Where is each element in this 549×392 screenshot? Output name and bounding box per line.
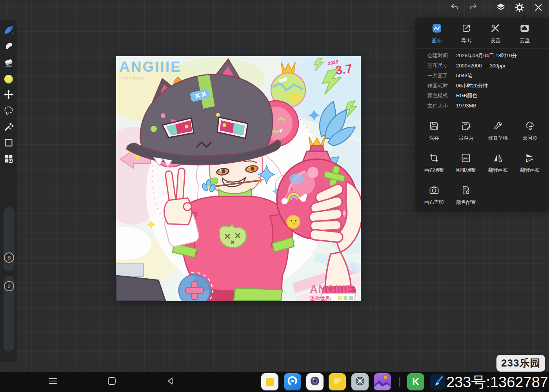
action-label: 保存 — [429, 135, 439, 142]
eraser-tool[interactable] — [0, 55, 17, 71]
flip-horizontal-icon — [524, 152, 535, 165]
info-row-filesize: 文件大小19.93MB — [427, 101, 543, 111]
svg-text:PPI: PPI — [464, 157, 469, 160]
brush-opacity-handle[interactable]: 0 — [4, 281, 14, 291]
lasso-tool[interactable] — [0, 103, 17, 119]
info-label: 一共画了 — [427, 72, 456, 79]
info-label: 创建时间 — [427, 52, 456, 59]
canvas-info-panel: 画布 导出 设置 云盘 创建时间2026年03月04日 18时10分 画布尺寸2… — [415, 18, 549, 211]
brush-size-handle[interactable]: S — [4, 252, 14, 263]
panel-tabs: 画布 导出 设置 云盘 — [415, 18, 549, 49]
nav-recents-button[interactable] — [100, 372, 124, 392]
info-row-colormode: 颜色模式RGB颜色 — [427, 91, 543, 101]
save-button[interactable]: 保存 — [418, 120, 450, 142]
panel-pointer — [521, 15, 528, 18]
settings-tab-icon — [490, 23, 500, 35]
info-value: 5043笔 — [456, 72, 473, 79]
canvas-adjust-button[interactable]: 画布调整 — [418, 152, 450, 174]
cloud-sync-button[interactable]: 云同步 — [514, 120, 546, 142]
k-app-letter: K — [412, 376, 419, 387]
smudge-tool[interactable] — [0, 39, 17, 55]
brush-tool[interactable] — [0, 23, 17, 39]
move-tool[interactable] — [0, 87, 17, 103]
undo-button[interactable] — [448, 2, 461, 15]
save-as-button[interactable]: 另存为 — [450, 120, 482, 142]
artwork-signature-sub: 迷你世界| — [309, 296, 332, 301]
tab-settings[interactable]: 设置 — [484, 23, 506, 44]
repair-draft-icon — [493, 120, 504, 133]
notes-glyph — [333, 376, 342, 387]
color-swatch[interactable] — [0, 71, 17, 87]
artwork-subtitle: mini world — [122, 75, 145, 81]
layers-button[interactable] — [494, 2, 507, 15]
layers-icon — [496, 2, 506, 14]
nav-menu-button[interactable] — [41, 372, 65, 392]
notes-app-icon[interactable] — [329, 373, 346, 390]
flip-canvas-horizontal-button[interactable]: 翻转画布 — [514, 152, 546, 174]
tab-canvas[interactable]: 画布 — [426, 23, 448, 44]
rectangle-icon — [3, 137, 14, 150]
cloud-sync-icon — [524, 120, 535, 133]
camera-app-icon[interactable] — [306, 373, 324, 390]
info-row-strokes: 一共画了5043笔 — [427, 71, 543, 81]
info-label: 画布尺寸 — [427, 62, 456, 69]
system-settings-app-icon[interactable] — [351, 373, 369, 390]
image-adjust-button[interactable]: PPI 图像调整 — [450, 152, 482, 174]
save-as-icon — [460, 120, 471, 133]
layout-blocks-tool[interactable] — [0, 151, 17, 167]
action-label: 翻转画布 — [520, 167, 540, 174]
canvas-stamp-button[interactable]: 画布盖印 — [418, 185, 450, 206]
action-label: 另存为 — [459, 135, 474, 142]
redo-icon — [469, 3, 478, 14]
action-label: 画布盖印 — [424, 199, 444, 206]
close-button[interactable] — [532, 2, 545, 15]
magic-wand-tool[interactable] — [0, 119, 17, 135]
gallery-app-icon[interactable] — [374, 373, 391, 390]
camera-lens-glyph — [309, 376, 320, 388]
move-icon — [3, 89, 14, 102]
action-label: 颜色配置 — [456, 199, 476, 206]
topbar — [448, 2, 545, 15]
brush-size-slider[interactable]: S — [4, 207, 15, 271]
action-label: 画布调整 — [424, 167, 444, 174]
close-icon — [534, 3, 543, 14]
watermark-id-text: 233号:136278754 — [446, 372, 549, 392]
k-app-icon[interactable]: K — [407, 373, 424, 390]
artwork-signature: ANGIIIE — [310, 283, 353, 295]
nav-back-button[interactable] — [159, 372, 182, 392]
tab-cloud[interactable]: 云盘 — [514, 23, 536, 44]
browser-app-icon[interactable] — [284, 373, 301, 390]
info-label: 颜色模式 — [427, 92, 456, 99]
panel-actions: 保存 另存为 修复草稿 云同步 画布调整 PPI 图像调整 — [418, 120, 546, 206]
recents-icon — [107, 377, 116, 387]
signature-decoration — [338, 296, 353, 300]
settings-button[interactable] — [513, 2, 526, 15]
export-tab-icon — [461, 23, 471, 35]
save-icon — [429, 120, 440, 133]
action-label: 修复草稿 — [488, 135, 508, 142]
undo-icon — [450, 3, 459, 14]
widget-app-icon[interactable] — [261, 373, 278, 390]
shirt-cat-doodle — [219, 225, 246, 248]
flip-vertical-icon — [493, 152, 504, 165]
flip-canvas-vertical-button[interactable]: 翻转画布 — [482, 152, 514, 174]
browser-glyph — [287, 376, 298, 388]
info-row-created: 创建时间2026年03月04日 18时10分 — [427, 51, 543, 61]
info-value: 06小时20分钟 — [456, 82, 488, 89]
repair-draft-button[interactable]: 修复草稿 — [482, 120, 514, 142]
tab-export[interactable]: 导出 — [455, 23, 477, 44]
blocks-icon — [3, 153, 14, 166]
tab-label: 云盘 — [520, 37, 530, 44]
canvas-stamp-icon — [429, 185, 440, 197]
redo-button[interactable] — [467, 2, 480, 15]
color-profile-button[interactable]: 颜色配置 — [450, 185, 482, 206]
paint-app-icon[interactable] — [430, 374, 445, 390]
image-adjust-icon: PPI — [460, 152, 471, 165]
eraser-icon — [3, 57, 14, 69]
info-value: RGB颜色 — [456, 92, 477, 99]
drawing-canvas[interactable]: ANGIIIE mini world 2026 3.7 ANGIIIE 迷你世界… — [116, 56, 361, 301]
brush-opacity-slider[interactable]: 0 — [4, 276, 15, 352]
brush-icon — [3, 24, 15, 38]
rectangle-tool[interactable] — [0, 135, 17, 151]
tab-label: 导出 — [461, 37, 471, 44]
